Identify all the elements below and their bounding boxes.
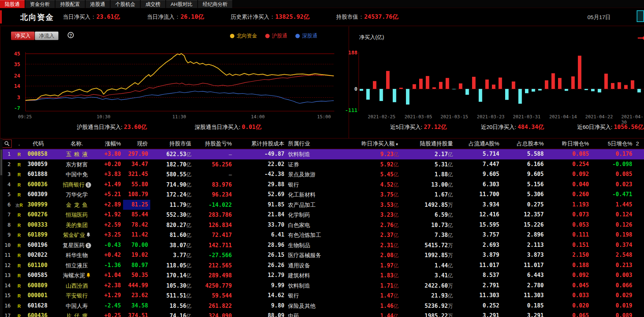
table-row[interactable]: 3 R 601888 中国中免 +3.83 321.45 580.55亿 – -… <box>0 169 644 180</box>
help-icon[interactable]: ? <box>68 32 74 38</box>
table-row[interactable]: 2 R 300059 东方财富 +0.20 34.47 182.70亿 56.2… <box>0 159 644 170</box>
legend-item-0[interactable]: 北向资金 <box>230 33 257 39</box>
stock-code: 000858 <box>25 149 51 159</box>
col-header-11[interactable]: 占流通A股% <box>455 138 501 148</box>
stat-value: 26.10亿 <box>180 13 204 20</box>
holding-pnl-pct: -27.566 <box>194 250 234 260</box>
legend-item-2[interactable]: 深股通 <box>295 33 317 39</box>
legend-item-1[interactable]: 沪股通 <box>265 33 287 39</box>
col-header-9[interactable]: 昨日净买入额▼ <box>354 138 401 148</box>
col-header-6[interactable]: 持股盈亏% <box>194 138 234 148</box>
yesterday-inc-pct: 0.065 <box>546 311 591 317</box>
col-header-15[interactable]: 2 <box>634 138 644 148</box>
col-header-0[interactable]: . <box>13 138 25 148</box>
tab-4[interactable]: 个股机会 <box>111 0 140 8</box>
margin-flag: R <box>13 149 25 159</box>
search-icon[interactable] <box>2 140 12 148</box>
col-header-2[interactable]: 名称. <box>51 138 102 148</box>
col-header-10[interactable]: 陆股通持股量 <box>401 138 455 148</box>
circle-1-icon: 1 <box>86 243 91 248</box>
float-a-pct: 11.700 <box>455 190 501 200</box>
holding-pnl-pct: 261.822 <box>194 301 234 311</box>
col-header-12[interactable]: 占总股本% <box>501 138 546 148</box>
tab-6[interactable]: AH股对比 <box>166 0 197 8</box>
scrollbar-thumb[interactable] <box>0 150 2 175</box>
x-tick: 14:00 <box>251 114 265 119</box>
col-header-14[interactable]: 5日增仓% <box>591 138 634 148</box>
calendar-button[interactable] <box>637 10 644 22</box>
table-row[interactable]: 16 R 601628 中国人寿 -2.45 34.58 18.56亿 261.… <box>0 301 644 311</box>
col-header-3[interactable]: 涨幅% <box>102 138 123 148</box>
table-row[interactable]: 9 R 601899 紫金矿业 +3.25 11.42 81.60亿 72.41… <box>0 230 644 240</box>
table-row[interactable]: 4 R 600036 招商银行1 +1.49 55.80 714.90亿 83.… <box>0 180 644 190</box>
inc5d-pct: -0.471 <box>591 190 634 200</box>
tab-2[interactable]: 持股配置 <box>55 0 85 8</box>
change-pct: +3.80 <box>102 149 123 159</box>
left-scrollbar[interactable] <box>0 138 3 317</box>
lgt-holding-volume: 5415.72万 <box>401 240 455 251</box>
tab-0[interactable]: 陆股通 <box>0 0 25 8</box>
col-header-1[interactable]: 代码 <box>25 138 51 148</box>
table-row[interactable]: 6 次R 300999 金龙鱼 +2.89 81.25 11.79亿 -14.0… <box>0 200 644 210</box>
inc5d-pct: 0.066 <box>591 281 634 291</box>
net-flow-button[interactable]: 净流入 <box>35 32 58 40</box>
daily-net-buy-bar-chart <box>360 52 644 112</box>
margin-flag: R <box>13 240 25 251</box>
tab-7[interactable]: 经纪商分析 <box>198 0 233 8</box>
table-row[interactable]: 14 R 600809 山西汾酒 +2.38 444.99 105.30亿 42… <box>0 281 644 291</box>
legend-dot <box>265 34 270 38</box>
lgt-holding-volume: 21.93亿 <box>401 291 455 301</box>
change-pct: +3.25 <box>102 230 123 240</box>
total-share-pct: 0.185 <box>501 301 546 311</box>
inc5d-pct: 0.213 <box>591 260 634 271</box>
legend-dot <box>230 34 234 38</box>
table-row[interactable]: 11 R 002022 科华生物 +0.42 19.02 3.77亿 -27.5… <box>0 250 644 260</box>
stat-1: 当日净流入:26.10亿 <box>147 13 204 21</box>
float-a-pct: 8.537 <box>455 270 501 281</box>
col-header-4[interactable]: 现价 <box>123 138 150 148</box>
cum-holding-cost: 12.79 <box>234 270 287 281</box>
holding-value: 511.51亿 <box>150 291 194 301</box>
y-tick: -7 <box>3 105 20 111</box>
total-share-pct: 2.780 <box>501 281 546 291</box>
tab-1[interactable]: 资金分析 <box>25 0 55 8</box>
cum-holding-cost: 21.84 <box>234 210 287 220</box>
total-share-pct: 15.226 <box>501 220 546 230</box>
table-row[interactable]: 1 R 000858 五粮液 +3.80 297.90 622.53亿 – -4… <box>0 149 644 159</box>
stock-code: 600196 <box>25 240 51 251</box>
stat-3: 持股市值:24537.76亿 <box>336 13 398 21</box>
table-row[interactable]: 10 R 600196 复星医药1 -0.43 70.00 38.07亿 142… <box>0 240 644 251</box>
table-row[interactable]: 5 R 600309 万华化学 +5.21 108.79 172.24亿 96.… <box>0 190 644 200</box>
date-label: 05月17日 <box>587 14 611 21</box>
price: 70.00 <box>123 240 150 251</box>
table-row[interactable]: 12 R 601100 恒立液压 -1.36 80.97 118.05亿 212… <box>0 260 644 271</box>
total-share-pct: 5.588 <box>501 149 546 159</box>
margin-flag: R <box>13 210 25 220</box>
lgt-holding-volume: 1.67亿 <box>401 190 455 200</box>
lgt-holding-volume: 1.88亿 <box>401 169 455 180</box>
tab-3[interactable]: 港股通 <box>86 0 110 8</box>
stock-code: 601899 <box>25 230 51 240</box>
col-header-13[interactable]: 昨日增仓% <box>546 138 591 148</box>
lgt-holding-volume: 5.31亿 <box>401 159 455 170</box>
net-buy-button[interactable]: 净买入 <box>11 32 35 40</box>
industry: 建筑材料 <box>287 270 354 281</box>
col-header-8[interactable]: 所属行业 <box>287 138 354 148</box>
col-header-7[interactable]: 累计持股成本 <box>234 138 287 148</box>
bell-icon <box>86 230 91 240</box>
holding-pnl-pct: 289.498 <box>194 270 234 281</box>
col-header-5[interactable]: 持股市值 <box>150 138 194 148</box>
tab-5[interactable]: 成交榜 <box>141 0 165 8</box>
yesterday-inc-pct: 0.111 <box>546 230 591 240</box>
float-a-pct: 11.017 <box>455 260 501 271</box>
lgt-holding-volume: 3.41亿 <box>401 270 455 281</box>
industry: 化工新材料 <box>287 190 354 200</box>
table-row[interactable]: 8 R 000333 美的集团 +2.59 78.42 820.27亿 126.… <box>0 220 644 230</box>
left-summary-0: 沪股通当日净买入: 23.60亿 <box>77 123 147 131</box>
table-row[interactable]: 7 R 600276 恒瑞医药 +1.92 85.44 552.30亿 283.… <box>0 210 644 220</box>
table-row[interactable]: 17 R 600436 片仔癀 +0.25 374.51 74.16亿 324.… <box>0 311 644 317</box>
table-row[interactable]: 13 R 600585 海螺水泥 +1.04 50.35 170.14亿 289… <box>0 270 644 281</box>
row-number: 13 <box>3 270 13 281</box>
margin-flag: R <box>13 159 25 170</box>
table-row[interactable]: 15 R 000001 平安银行 +1.29 23.62 511.51亿 59.… <box>0 291 644 301</box>
